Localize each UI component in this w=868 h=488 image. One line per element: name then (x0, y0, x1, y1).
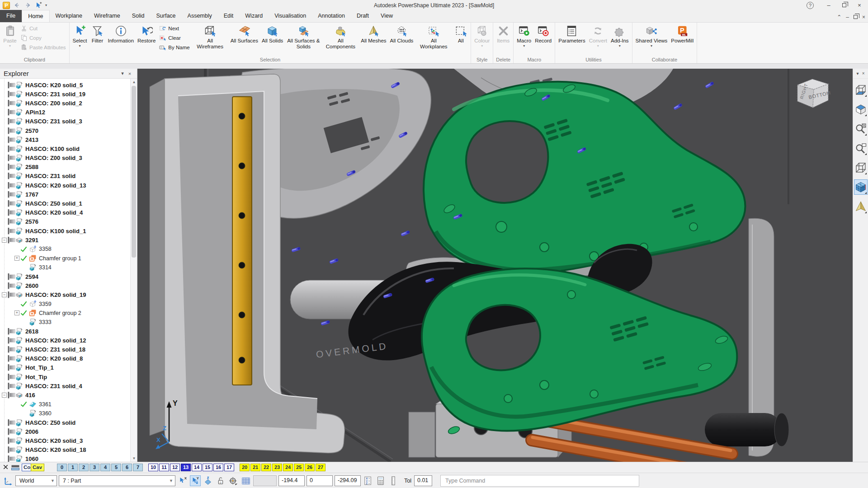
tab-assembly[interactable]: Assembly (182, 10, 218, 22)
level-22-button[interactable]: 22 (261, 464, 271, 471)
explorer-item[interactable]: HASCO: Z00 solid_2 (0, 99, 130, 108)
tab-visualisation[interactable]: Visualisation (269, 10, 312, 22)
level-14-button[interactable]: 14 (192, 464, 202, 471)
coordinate-z-field[interactable]: -294.09 (335, 475, 361, 486)
all-solids-button[interactable]: All Solids (260, 23, 285, 44)
level-16-button[interactable]: 16 (213, 464, 223, 471)
tab-wireframe[interactable]: Wireframe (88, 10, 126, 22)
explorer-item[interactable]: HASCO: K20 solid_4 (0, 208, 130, 217)
level-20-button[interactable]: 20 (240, 464, 250, 471)
workplane-triad-icon[interactable] (3, 475, 14, 486)
explorer-item[interactable]: HASCO: Z31 solid_18 (0, 345, 130, 354)
explorer-item[interactable]: HASCO: K20 solid_8 (0, 354, 130, 363)
tolerance-field[interactable]: 0.01 (414, 475, 432, 486)
explorer-item[interactable]: HASCO: K100 solid (0, 144, 130, 153)
explorer-item[interactable]: 1767 (0, 190, 130, 199)
macro-button[interactable]: Macro▾ (515, 23, 533, 48)
tab-view[interactable]: View (375, 10, 399, 22)
view-toolbar-close-icon[interactable]: × (862, 71, 865, 76)
level-3-button[interactable]: 3 (90, 464, 99, 471)
mesh-view-button[interactable] (854, 199, 868, 214)
grid-size-field[interactable] (253, 475, 277, 486)
level-24-button[interactable]: 24 (283, 464, 293, 471)
explorer-item[interactable]: HASCO: Z50 solid_1 (0, 199, 130, 208)
doc-close-icon[interactable]: × (862, 14, 865, 20)
tab-wizard[interactable]: Wizard (239, 10, 269, 22)
level-2-button[interactable]: 2 (79, 464, 89, 471)
all-button[interactable]: All (452, 23, 469, 44)
explorer-item[interactable]: 3359 (0, 300, 130, 309)
select-cursor-icon[interactable] (34, 2, 42, 9)
next-button[interactable]: Next (158, 24, 190, 33)
explorer-item[interactable]: HASCO: K20 solid_13 (0, 181, 130, 190)
explorer-item[interactable]: HASCO: Z00 solid_3 (0, 154, 130, 163)
level-10-button[interactable]: 10 (148, 464, 158, 471)
viewport-3d[interactable]: SUBSTRATE (137, 69, 853, 462)
coordinate-x-field[interactable]: -194.4 (278, 475, 305, 486)
explorer-item[interactable]: HASCO: Z31 solid_3 (0, 117, 130, 126)
explorer-item[interactable]: 2588 (0, 163, 130, 172)
tab-annotation[interactable]: Annotation (312, 10, 351, 22)
view-toolbar-pin-icon[interactable]: ▾ (856, 71, 859, 76)
command-input[interactable] (440, 475, 639, 487)
explorer-item[interactable]: −416 (0, 390, 130, 399)
part-level-select[interactable]: 7 : Part▼ (59, 475, 175, 486)
clear-button[interactable]: Clear (158, 34, 190, 42)
collapse-box-icon[interactable]: − (2, 292, 7, 297)
explorer-item[interactable]: +Chamfer group 2 (0, 309, 130, 318)
tab-file[interactable]: File (0, 10, 22, 22)
level-11-button[interactable]: 11 (159, 464, 169, 471)
expand-box-icon[interactable]: + (14, 256, 19, 261)
explorer-item[interactable]: 3360 (0, 409, 130, 418)
tab-home[interactable]: Home (22, 10, 49, 22)
explorer-item[interactable]: HASCO: K20 solid_5 (0, 80, 130, 89)
level-27-button[interactable]: 27 (316, 464, 326, 471)
level-21-button[interactable]: 21 (250, 464, 260, 471)
coordinate-y-field[interactable]: 0 (307, 475, 333, 486)
zoom-box-button[interactable] (854, 141, 868, 156)
wireframe-view-button[interactable] (854, 160, 868, 175)
grid-icon[interactable] (241, 475, 251, 486)
powershape-logo-icon[interactable]: P (3, 2, 10, 9)
level-6-button[interactable]: 6 (122, 464, 132, 471)
explorer-item[interactable]: 2600 (0, 281, 130, 290)
all-clouds-button[interactable]: All Clouds (388, 23, 415, 44)
explorer-item[interactable]: 3314 (0, 263, 130, 272)
lock-icon[interactable] (215, 475, 226, 486)
collapse-box-icon[interactable]: − (2, 238, 7, 243)
zoom-to-fit-button[interactable] (854, 121, 868, 136)
explorer-item[interactable]: HASCO: K20 solid_18 (0, 446, 130, 455)
explorer-item[interactable]: HASCO: K100 solid_1 (0, 226, 130, 235)
shared-views-button[interactable]: Shared Views▾ (634, 23, 670, 48)
powermill-button[interactable]: PowerMill (669, 23, 695, 44)
gimbal-rotate-icon[interactable] (228, 475, 239, 486)
forward-icon[interactable] (24, 2, 32, 9)
select-button[interactable]: Select▾ (71, 23, 89, 48)
all-workplanes-button[interactable]: All Workplanes (415, 23, 452, 50)
explorer-scrollbar[interactable]: ▲ ▼ (130, 79, 137, 462)
level-15-button[interactable]: 15 (203, 464, 212, 471)
help-icon[interactable]: ? (807, 2, 814, 9)
tab-edit[interactable]: Edit (218, 10, 240, 22)
restore-button[interactable] (837, 1, 851, 10)
explorer-item[interactable]: +Chamfer group 1 (0, 254, 130, 263)
all-components-button[interactable]: All Components (322, 23, 359, 50)
level-17-button[interactable]: 17 (224, 464, 234, 471)
view-iso-button[interactable] (854, 102, 868, 117)
level-25-button[interactable]: 25 (294, 464, 304, 471)
expand-box-icon[interactable]: + (14, 310, 19, 315)
explorer-item[interactable]: 3361 (0, 400, 130, 409)
information-button[interactable]: Information (106, 23, 136, 44)
all-surfaces-button[interactable]: All Surfaces (229, 23, 260, 44)
level-26-button[interactable]: 26 (305, 464, 315, 471)
scroll-up-icon[interactable]: ▲ (131, 79, 137, 85)
all-surfaces-solids-button[interactable]: All Surfaces & Solids (285, 23, 322, 50)
minimize-button[interactable]: – (822, 1, 835, 10)
explorer-item[interactable]: HASCO: K20 solid_3 (0, 436, 130, 445)
tab-draft[interactable]: Draft (351, 10, 375, 22)
level-23-button[interactable]: 23 (272, 464, 282, 471)
explorer-item[interactable]: HASCO: Z31 solid (0, 172, 130, 181)
keypoint-x-icon[interactable] (177, 475, 188, 486)
explorer-item[interactable]: APin12 (0, 108, 130, 117)
explorer-item[interactable]: 2006 (0, 427, 130, 436)
